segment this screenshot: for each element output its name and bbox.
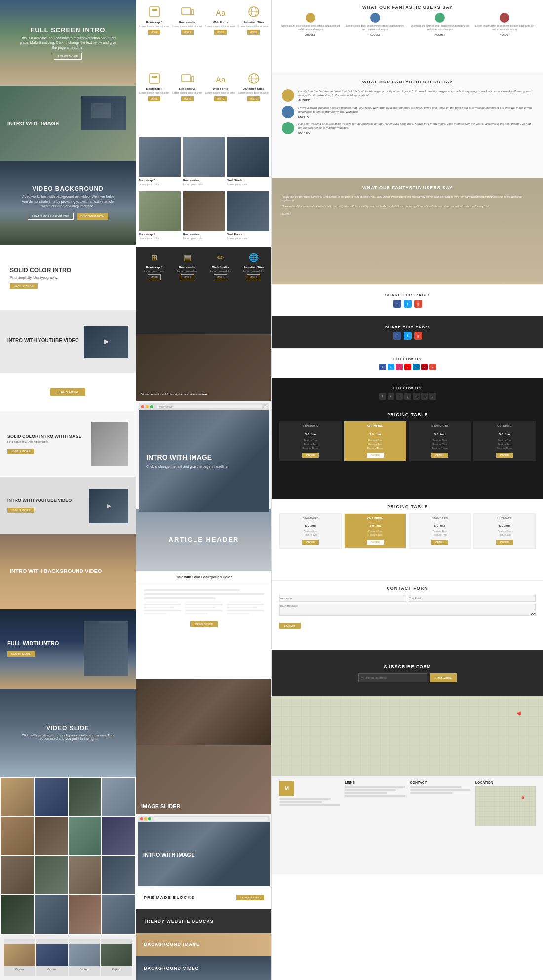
feature-btn-8[interactable]: MORE [247,96,260,101]
contact-submit-btn[interactable]: SUBMIT [279,623,301,629]
subscribe-btn[interactable]: SUBSCRIBE [430,673,457,682]
svg-rect-8 [150,74,159,83]
subscribe-email-input[interactable] [358,673,427,682]
follow-us-light-title: FOLLOW US [393,357,422,361]
photo-cell-13 [1,895,34,933]
social-ln-light[interactable]: in [413,364,420,370]
feat-dark-btn-1[interactable]: MORE [148,274,161,280]
pf-4-3: Feature Three [476,447,533,449]
video-bg-btn2[interactable]: DISCOVER NOW [77,213,108,220]
bg-image-label: BACKGROUND IMAGE [144,942,200,947]
feature-btn-2[interactable]: MORE [181,30,194,35]
plan-btn-1[interactable]: ORDER [302,453,319,458]
social-yt-dark[interactable]: y [404,393,411,400]
footer-line-2a [345,786,405,788]
share-facebook-icon[interactable]: f [393,300,401,308]
social-ln-dark[interactable]: in [413,393,420,400]
feature-btn-1[interactable]: MORE [148,30,160,35]
contact-email-input[interactable] [409,595,536,602]
large-img-caption: Video content model description and over… [141,393,207,396]
feat-dark-btn-2[interactable]: MORE [181,274,194,280]
youtube-thumb[interactable] [84,326,128,358]
share-fb-dark[interactable]: f [393,332,401,340]
premade-blocks-section: PRE MADE BLOCKS LEARN MORE [136,886,272,909]
social-pi-dark[interactable]: p [421,393,428,400]
form-row-1 [279,595,536,602]
testimonial-row-2: I have a friend that also needs a websit… [282,106,533,118]
plan-light-btn-3[interactable]: ORDER [431,540,448,545]
solid-image-btn[interactable]: LEARN MORE [7,449,34,454]
plan-light-btn-2[interactable]: ORDER [367,540,384,545]
feat-img-desc-2: Lorem ipsum dolor [183,183,225,186]
features-row-1: Bootstrap 3 Lorem ipsum dolor sit amet M… [136,0,272,67]
pfl-4-2: Feature Two [477,533,532,536]
feat-dark-btn-4[interactable]: MORE [247,274,260,280]
plan-light-period-2: /mo [376,524,381,527]
feature-btn-6[interactable]: MORE [181,96,194,101]
share-gp-dark[interactable]: g [414,332,422,340]
full-screen-intro-btn[interactable]: LEARN MORE [54,53,82,60]
social-ig-dark[interactable]: i [396,393,403,400]
social-tw-light[interactable]: t [388,364,394,370]
plan-name-3: STANDARD [412,424,468,427]
article-read-more-btn[interactable]: READ MORE [190,621,218,627]
feat-img-3: Web Studio Lorem ipsum dolor [227,137,269,189]
feature-btn-5[interactable]: MORE [148,96,160,101]
social-fb-light[interactable]: f [379,364,386,370]
photo-cell-12 [102,856,135,894]
fullscreen-icon[interactable]: ⊡ [263,405,267,409]
plan-btn-4[interactable]: ORDER [496,453,513,458]
pf-1-1: Feature One [282,439,339,442]
intro-youtube2-title: INTRO WITH YOUTUBE VIDEO [7,498,72,503]
plan-light-btn-4[interactable]: ORDER [496,540,513,545]
features-row-2: Bootstrap 4 Lorem ipsum dolor sit amet M… [136,67,272,133]
feature-btn-3[interactable]: MORE [214,30,227,35]
video-bg-btn1[interactable]: LEARN MORE & EXPLORE [28,213,74,220]
footer-line-1b [279,801,322,803]
premade-blocks-btn[interactable]: LEARN MORE [236,895,264,900]
plan-btn-3[interactable]: ORDER [431,453,448,458]
unlimited-icon [247,5,261,19]
browser-mockup-section: wellriver.com ⊡ INTRO WITH IMAGE Click t… [136,401,272,509]
share-twitter-icon[interactable]: t [404,300,412,308]
social-ig-light[interactable]: i [396,364,403,370]
feat-img-title-5: Responsive [183,233,225,236]
feat-img-title-4: Bootstrap 4 [139,233,181,236]
share-tw-dark[interactable]: t [404,332,412,340]
contact-name-input[interactable] [279,595,406,602]
plan-btn-2[interactable]: ORDER [367,453,384,458]
full-width-text: FULL WIDTH INTRO LEARN MORE [7,640,79,657]
contact-message-textarea[interactable] [279,604,536,616]
video-slide-section: VIDEO SLIDE Slide with preview, video ba… [0,689,136,777]
feature-btn-4[interactable]: MORE [247,30,260,35]
social-gp-dark[interactable]: g [429,393,436,400]
share-googleplus-icon[interactable]: g [414,300,422,308]
social-yt-light[interactable]: y [404,364,411,370]
youtube2-thumb[interactable] [89,489,128,523]
plan-period-3: /mo [440,433,446,436]
social-pi-light[interactable]: p [421,364,428,370]
article-cols [144,604,264,614]
svg-text:Aa: Aa [216,76,226,84]
feat-dark-btn-3[interactable]: MORE [214,274,227,280]
plan-light-price-4: $ 0 /mo [477,521,532,528]
pf-4-2: Feature Two [476,443,533,446]
intro-youtube2-btn[interactable]: LEARN MORE [7,508,34,513]
solid-color-intro-btn[interactable]: LEARN MORE [10,283,38,289]
solid-color-learn-btn[interactable]: LEARN MORE [50,388,85,396]
unlimited2-icon [247,72,261,85]
social-fb-dark[interactable]: f [379,393,386,400]
feature-item-2: Responsive Lorem ipsum dolor sit amet MO… [172,5,203,62]
feature-btn-7[interactable]: MORE [214,96,227,101]
plan-period-4: /mo [505,433,510,436]
intro-image-title: INTRO WITH IMAGE [7,121,59,126]
testimonial-row-1: I really love the first theme I tried it… [282,89,533,102]
plan-features-2: Feature One Feature Two Feature Three [347,439,403,449]
bg-image-section: BACKGROUND IMAGE [136,933,272,957]
social-gp-light[interactable]: g [429,364,436,370]
svg-rect-9 [152,76,157,78]
plan-light-btn-1[interactable]: ORDER [302,540,319,545]
social-tw-dark[interactable]: t [388,393,394,400]
full-width-btn[interactable]: LEARN MORE [7,651,35,657]
strip-label-4: Caption [112,968,120,971]
